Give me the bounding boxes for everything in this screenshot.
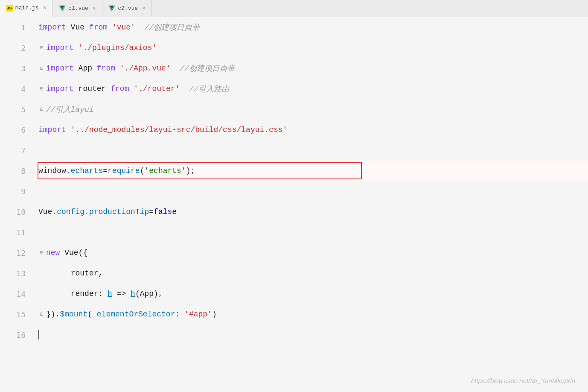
str-echarts-8: 'echarts' [144,167,186,175]
kw-import-2: import [46,44,74,52]
line-num-13: 13 [0,263,34,284]
str-plugins-2: './plugins/axios' [79,44,157,52]
code-line-4: ⊟ import router from './router' //引入路由 [34,79,588,99]
line-num-1: 1 [0,17,34,38]
code-line-7 [34,140,588,161]
kw-import-6: import [38,126,66,134]
plain-eq-8: = [103,167,108,175]
plain-semi-8: ); [186,167,195,175]
fold-icon-5[interactable]: ⊟ [38,106,45,113]
vue-icon-c1 [59,5,66,12]
code-line-14: render: h => h (App), [34,284,588,304]
tab-c1-vue[interactable]: c1.vue × [53,0,102,17]
tab-label-main-js: main.js [15,5,39,11]
line-num-8: 8 [0,161,34,181]
prop-tip-10: .productionTip [84,208,149,216]
kw-from-3: from [97,64,115,73]
line-num-10: 10 [0,202,34,222]
plain-window-8: window [38,167,66,175]
js-icon: JS [6,5,13,12]
fn-mount-15: $mount [60,310,87,319]
prop-selector-15: elementOrSelector: [97,310,180,319]
line-num-5: 5 [0,99,34,120]
plain-sp-6 [66,126,71,134]
fold-icon-12[interactable]: ⊟ [38,249,45,256]
plain-vue-1: Vue [66,23,89,32]
fold-icon-2[interactable]: ⊟ [38,44,45,51]
code-line-3: ⊟ import App from './App.vue' //创建项目自带 [34,58,588,79]
fn-h2-14: h [131,290,135,298]
tab-close-main-js[interactable]: × [43,5,47,12]
comment-5: //引入layui [46,104,94,114]
tab-label-c2-vue: c2.vue [118,5,138,12]
tab-close-c1-vue[interactable]: × [93,5,96,12]
comment-1: //创建项目自带 [135,22,200,32]
plain-empty-9 [38,187,43,196]
kw-false-10: false [154,208,177,216]
line-num-12: 12 [0,243,34,263]
tab-main-js[interactable]: JS main.js × [0,0,53,17]
prop-echarts-8: .echarts [66,167,103,175]
plain-eq-10: = [149,208,154,216]
plain-empty-7 [38,146,43,155]
kw-import-4: import [46,85,74,93]
code-line-10: Vue .config .productionTip = false [34,202,588,222]
plain-router-13: router, [38,269,103,278]
line-num-7: 7 [0,140,34,161]
line-num-11: 11 [0,222,34,243]
line-num-2: 2 [0,38,34,58]
text-cursor [38,330,39,339]
tab-c2-vue[interactable]: c2.vue × [102,0,152,17]
plain-sp-15 [180,310,184,319]
plain-cparen-15: ) [212,310,217,319]
plain-vue-10: Vue [38,208,52,216]
tab-label-c1-vue: c1.vue [68,5,88,12]
code-line-1: import Vue from 'vue' //创建项目自带 [34,17,588,38]
plain-app-3: App [74,64,97,73]
fold-icon-3[interactable]: ⊟ [38,65,45,72]
code-line-15: ⊟ }). $mount ( elementOrSelector: '#app'… [34,304,588,325]
tab-close-c2-vue[interactable]: × [142,5,146,12]
code-line-11 [34,222,588,243]
comment-4: //引入路由 [180,84,229,94]
fold-icon-15[interactable]: ⊟ [38,311,45,318]
kw-from-1: from [89,23,108,32]
plain-router-4: router [74,85,111,93]
code-content[interactable]: import Vue from 'vue' //创建项目自带 ⊟ import … [34,17,588,392]
plain-arrow-14: => [112,290,131,298]
kw-from-4: from [111,85,129,93]
str-layui-6: '../node_modules/layui-src/build/css/lay… [71,126,288,134]
code-line-8: window .echarts = require ( 'echarts' ); [34,161,588,181]
line-num-14: 14 [0,284,34,304]
comment-3: //创建项目自带 [171,63,235,73]
plain-empty-11 [38,228,43,237]
str-app-15: '#app' [184,310,212,319]
plain-render-14: render: [38,290,108,298]
editor-container: JS main.js × c1.vue × c2.vue [0,0,588,392]
code-line-13: router, [34,263,588,284]
vue-icon-c2 [108,5,115,12]
str-vue-1: 'vue' [112,23,135,32]
plain-app-14: (App), [135,290,163,298]
code-line-6: import '../node_modules/layui-src/build/… [34,120,588,140]
kw-new-12: new [46,249,60,257]
fold-icon-4[interactable]: ⊟ [38,85,45,92]
str-router-4: './router' [134,85,180,93]
line-num-9: 9 [0,181,34,202]
code-line-5: ⊟ //引入layui [34,99,588,120]
plain-sp-2 [74,44,79,52]
plain-vue-12: Vue({ [60,249,87,257]
line-num-16: 16 [0,325,34,345]
plain-sp-1 [108,23,112,32]
line-num-15: 15 [0,304,34,325]
kw-import-1: import [38,23,66,32]
code-line-12: ⊟ new Vue({ [34,243,588,263]
line-num-4: 4 [0,79,34,99]
line-num-6: 6 [0,120,34,140]
tab-bar: JS main.js × c1.vue × c2.vue [0,0,588,17]
str-app-3: './App.vue' [120,64,171,73]
plain-paren-15: ( [87,310,97,319]
line-num-3: 3 [0,58,34,79]
code-line-16 [34,325,588,345]
plain-close-15: }). [46,310,60,319]
